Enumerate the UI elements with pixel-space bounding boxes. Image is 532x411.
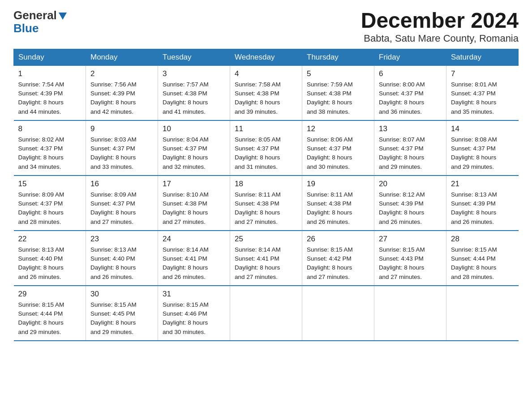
day-number: 7: [451, 69, 514, 78]
day-number: 14: [451, 124, 514, 133]
day-number: 18: [235, 180, 297, 188]
day-number: 2: [90, 69, 153, 78]
col-friday: Friday: [374, 49, 446, 65]
calendar-cell: 27 Sunrise: 8:15 AM Sunset: 4:43 PM Dayl…: [374, 231, 446, 286]
day-number: 25: [235, 235, 297, 244]
day-info: Sunrise: 8:06 AM Sunset: 4:37 PM Dayligh…: [307, 135, 369, 171]
day-number: 16: [90, 180, 153, 188]
calendar-cell: 7 Sunrise: 8:01 AM Sunset: 4:37 PM Dayli…: [446, 65, 519, 120]
day-info: Sunrise: 8:13 AM Sunset: 4:40 PM Dayligh…: [18, 245, 82, 282]
day-number: 9: [90, 124, 153, 133]
calendar-cell: [446, 286, 519, 341]
calendar-cell: 22 Sunrise: 8:13 AM Sunset: 4:40 PM Dayl…: [14, 231, 86, 286]
calendar-cell: 28 Sunrise: 8:15 AM Sunset: 4:44 PM Dayl…: [446, 231, 519, 286]
logo-blue-text: Blue: [13, 22, 39, 35]
calendar-cell: 12 Sunrise: 8:06 AM Sunset: 4:37 PM Dayl…: [302, 120, 374, 176]
day-number: 31: [163, 290, 225, 299]
calendar-cell: 25 Sunrise: 8:14 AM Sunset: 4:41 PM Dayl…: [230, 231, 302, 286]
calendar-cell: 2 Sunrise: 7:56 AM Sunset: 4:39 PM Dayli…: [86, 65, 158, 120]
day-info: Sunrise: 7:58 AM Sunset: 4:38 PM Dayligh…: [235, 80, 297, 116]
day-info: Sunrise: 8:15 AM Sunset: 4:45 PM Dayligh…: [90, 300, 153, 337]
calendar-cell: 23 Sunrise: 8:13 AM Sunset: 4:40 PM Dayl…: [86, 231, 158, 286]
col-saturday: Saturday: [446, 49, 519, 65]
calendar-cell: 30 Sunrise: 8:15 AM Sunset: 4:45 PM Dayl…: [86, 286, 158, 341]
calendar-cell: 18 Sunrise: 8:11 AM Sunset: 4:38 PM Dayl…: [230, 176, 302, 231]
day-number: 19: [307, 180, 369, 188]
day-number: 27: [379, 235, 442, 244]
header-row: Sunday Monday Tuesday Wednesday Thursday…: [14, 49, 519, 65]
calendar-week-5: 29 Sunrise: 8:15 AM Sunset: 4:44 PM Dayl…: [14, 286, 519, 341]
calendar-week-2: 8 Sunrise: 8:02 AM Sunset: 4:37 PM Dayli…: [14, 120, 519, 176]
calendar-cell: 19 Sunrise: 8:11 AM Sunset: 4:38 PM Dayl…: [302, 176, 374, 231]
day-info: Sunrise: 7:56 AM Sunset: 4:39 PM Dayligh…: [90, 80, 153, 116]
calendar-cell: 16 Sunrise: 8:09 AM Sunset: 4:37 PM Dayl…: [86, 176, 158, 231]
calendar-month-year: December 2024: [361, 9, 519, 33]
day-info: Sunrise: 8:15 AM Sunset: 4:44 PM Dayligh…: [451, 245, 514, 282]
calendar-body: 1 Sunrise: 7:54 AM Sunset: 4:39 PM Dayli…: [14, 65, 519, 341]
day-number: 26: [307, 235, 369, 244]
calendar-week-4: 22 Sunrise: 8:13 AM Sunset: 4:40 PM Dayl…: [14, 231, 519, 286]
day-number: 22: [18, 235, 82, 244]
calendar-cell: 21 Sunrise: 8:13 AM Sunset: 4:39 PM Dayl…: [446, 176, 519, 231]
day-number: 1: [18, 69, 82, 78]
calendar-week-1: 1 Sunrise: 7:54 AM Sunset: 4:39 PM Dayli…: [14, 65, 519, 120]
calendar-cell: 5 Sunrise: 7:59 AM Sunset: 4:38 PM Dayli…: [302, 65, 374, 120]
calendar-title-block: December 2024 Babta, Satu Mare County, R…: [361, 9, 519, 44]
calendar-cell: [374, 286, 446, 341]
day-info: Sunrise: 8:03 AM Sunset: 4:37 PM Dayligh…: [90, 135, 153, 171]
day-number: 12: [307, 124, 369, 133]
day-info: Sunrise: 8:01 AM Sunset: 4:37 PM Dayligh…: [451, 80, 514, 116]
day-info: Sunrise: 8:15 AM Sunset: 4:42 PM Dayligh…: [307, 245, 369, 282]
calendar-cell: 6 Sunrise: 8:00 AM Sunset: 4:37 PM Dayli…: [374, 65, 446, 120]
page-header: General Blue December 2024 Babta, Satu M…: [13, 9, 519, 44]
calendar-cell: 4 Sunrise: 7:58 AM Sunset: 4:38 PM Dayli…: [230, 65, 302, 120]
calendar-cell: 26 Sunrise: 8:15 AM Sunset: 4:42 PM Dayl…: [302, 231, 374, 286]
col-tuesday: Tuesday: [158, 49, 230, 65]
day-info: Sunrise: 7:57 AM Sunset: 4:38 PM Dayligh…: [163, 80, 225, 116]
calendar-cell: 8 Sunrise: 8:02 AM Sunset: 4:37 PM Dayli…: [14, 120, 86, 176]
col-thursday: Thursday: [302, 49, 374, 65]
day-number: 28: [451, 235, 514, 244]
day-info: Sunrise: 8:14 AM Sunset: 4:41 PM Dayligh…: [163, 245, 225, 282]
day-info: Sunrise: 8:05 AM Sunset: 4:37 PM Dayligh…: [235, 135, 297, 171]
day-number: 6: [379, 69, 442, 78]
calendar-cell: 24 Sunrise: 8:14 AM Sunset: 4:41 PM Dayl…: [158, 231, 230, 286]
logo: General Blue: [13, 9, 68, 34]
calendar-cell: 11 Sunrise: 8:05 AM Sunset: 4:37 PM Dayl…: [230, 120, 302, 176]
day-info: Sunrise: 8:15 AM Sunset: 4:46 PM Dayligh…: [163, 300, 225, 337]
day-number: 3: [163, 69, 225, 78]
calendar-cell: 29 Sunrise: 8:15 AM Sunset: 4:44 PM Dayl…: [14, 286, 86, 341]
day-info: Sunrise: 8:13 AM Sunset: 4:39 PM Dayligh…: [451, 190, 514, 227]
day-number: 30: [90, 290, 153, 299]
day-info: Sunrise: 8:02 AM Sunset: 4:37 PM Dayligh…: [18, 135, 82, 171]
day-number: 21: [451, 180, 514, 188]
day-number: 17: [163, 180, 225, 188]
calendar-cell: [302, 286, 374, 341]
day-info: Sunrise: 8:15 AM Sunset: 4:43 PM Dayligh…: [379, 245, 442, 282]
day-info: Sunrise: 8:07 AM Sunset: 4:37 PM Dayligh…: [379, 135, 442, 171]
day-info: Sunrise: 8:12 AM Sunset: 4:39 PM Dayligh…: [379, 190, 442, 227]
day-number: 15: [18, 180, 82, 188]
day-info: Sunrise: 7:59 AM Sunset: 4:38 PM Dayligh…: [307, 80, 369, 116]
day-number: 5: [307, 69, 369, 78]
calendar-week-3: 15 Sunrise: 8:09 AM Sunset: 4:37 PM Dayl…: [14, 176, 519, 231]
calendar-cell: 9 Sunrise: 8:03 AM Sunset: 4:37 PM Dayli…: [86, 120, 158, 176]
svg-marker-0: [59, 13, 67, 20]
calendar-cell: 14 Sunrise: 8:08 AM Sunset: 4:37 PM Dayl…: [446, 120, 519, 176]
calendar-cell: 31 Sunrise: 8:15 AM Sunset: 4:46 PM Dayl…: [158, 286, 230, 341]
logo-arrow-icon: [58, 11, 68, 21]
day-info: Sunrise: 8:09 AM Sunset: 4:37 PM Dayligh…: [90, 190, 153, 227]
day-number: 24: [163, 235, 225, 244]
col-monday: Monday: [86, 49, 158, 65]
day-number: 13: [379, 124, 442, 133]
col-wednesday: Wednesday: [230, 49, 302, 65]
calendar-cell: 17 Sunrise: 8:10 AM Sunset: 4:38 PM Dayl…: [158, 176, 230, 231]
calendar-table: Sunday Monday Tuesday Wednesday Thursday…: [13, 49, 519, 341]
day-number: 29: [18, 290, 82, 299]
day-number: 11: [235, 124, 297, 133]
calendar-header: Sunday Monday Tuesday Wednesday Thursday…: [14, 49, 519, 65]
day-info: Sunrise: 8:13 AM Sunset: 4:40 PM Dayligh…: [90, 245, 153, 282]
day-info: Sunrise: 8:00 AM Sunset: 4:37 PM Dayligh…: [379, 80, 442, 116]
day-info: Sunrise: 8:11 AM Sunset: 4:38 PM Dayligh…: [235, 190, 297, 227]
calendar-cell: 3 Sunrise: 7:57 AM Sunset: 4:38 PM Dayli…: [158, 65, 230, 120]
